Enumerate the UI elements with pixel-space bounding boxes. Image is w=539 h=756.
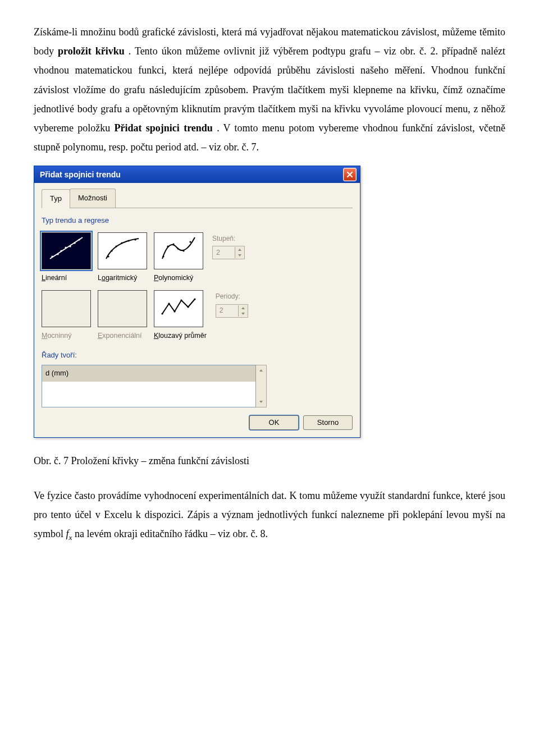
dialog-title: Přidat spojnici trendu: [40, 167, 121, 182]
svg-point-17: [177, 248, 179, 250]
degree-spinner[interactable]: 2: [212, 246, 245, 259]
degree-value: 2: [213, 246, 235, 260]
trend-label-linear: Lineární: [42, 272, 67, 285]
periods-spinner[interactable]: 2: [216, 304, 248, 318]
p1-bold-pridat: Přidat spojnici trendu: [115, 122, 213, 134]
svg-point-3: [60, 250, 62, 252]
svg-point-7: [78, 239, 80, 241]
poly-icon: [159, 234, 198, 267]
periods-label: Periody:: [216, 290, 248, 303]
svg-point-6: [74, 242, 75, 244]
svg-point-22: [173, 310, 175, 312]
tab-strip: Typ Možnosti: [42, 189, 353, 208]
tab-type[interactable]: Typ: [42, 189, 70, 208]
svg-point-8: [107, 256, 109, 258]
dialog-titlebar[interactable]: Přidat spojnici trendu: [34, 166, 360, 183]
svg-point-9: [111, 250, 112, 252]
exponential-icon: [103, 292, 142, 326]
trend-label-log: Logaritmický: [98, 272, 137, 285]
svg-point-20: [161, 313, 163, 314]
svg-point-21: [168, 303, 170, 304]
svg-point-15: [167, 246, 168, 248]
tab-options[interactable]: Možnosti: [70, 189, 116, 208]
ok-button[interactable]: OK: [249, 415, 299, 430]
p2-text-2: na levém okraji editačního řádku – viz o…: [75, 528, 268, 539]
svg-point-18: [182, 250, 184, 252]
svg-point-1: [51, 256, 53, 258]
svg-point-12: [127, 240, 129, 242]
svg-point-13: [134, 239, 136, 241]
trend-label-expo: Exponenciální: [98, 329, 142, 343]
svg-point-11: [121, 242, 122, 244]
trend-label-poly: Polynomický: [154, 272, 193, 285]
trend-option-linear[interactable]: [42, 232, 91, 269]
periods-arrows[interactable]: [238, 305, 248, 317]
trend-option-log[interactable]: [98, 232, 147, 269]
scroll-down-icon[interactable]: [256, 397, 266, 407]
cancel-button[interactable]: Storno: [303, 415, 353, 430]
periods-value: 2: [216, 304, 238, 318]
svg-point-10: [115, 246, 117, 248]
svg-point-25: [194, 298, 195, 300]
chevron-down-icon[interactable]: [238, 311, 248, 317]
log-icon: [103, 234, 142, 267]
svg-point-19: [189, 241, 191, 243]
intro-paragraph: Získáme-li množinu bodů grafické závislo…: [34, 22, 505, 157]
outro-paragraph: Ve fyzice často provádíme vyhodnocení ex…: [34, 486, 505, 545]
series-listbox[interactable]: d (mm): [42, 365, 256, 407]
degree-field: Stupeň: 2: [212, 232, 245, 285]
svg-point-4: [65, 247, 66, 249]
chevron-down-icon[interactable]: [235, 253, 244, 258]
series-item[interactable]: d (mm): [42, 365, 255, 382]
power-icon: [47, 292, 86, 326]
trend-option-expo[interactable]: [98, 290, 147, 327]
chevron-up-icon[interactable]: [238, 305, 248, 311]
group-label-trend-type: Typ trendu a regrese: [42, 214, 353, 228]
svg-point-16: [172, 244, 174, 245]
dialog-buttons: OK Storno: [42, 407, 353, 430]
chevron-up-icon[interactable]: [235, 247, 244, 253]
trend-option-movavg[interactable]: [154, 290, 203, 327]
degree-arrows[interactable]: [235, 247, 244, 258]
svg-point-14: [162, 256, 164, 258]
p1-bold-prolozit: proložit křivku: [58, 45, 125, 57]
degree-label: Stupeň:: [212, 232, 245, 245]
p1-text-2: . Tento úkon můžeme ovlivnit již výběrem…: [34, 45, 505, 134]
trend-label-movavg: Klouzavý průměr: [154, 329, 207, 343]
trend-option-power[interactable]: [42, 290, 91, 327]
series-listbox-wrap: d (mm): [42, 365, 353, 407]
close-button[interactable]: [343, 168, 357, 181]
dialog-body: Typ Možnosti Typ trendu a regrese Lineár…: [34, 183, 360, 437]
svg-point-5: [69, 246, 71, 248]
periods-field: Periody: 2: [216, 290, 248, 343]
scroll-up-icon[interactable]: [256, 365, 266, 375]
svg-point-2: [57, 254, 58, 255]
figure-caption: Obr. č. 7 Proložení křivky – změna funkč…: [34, 451, 505, 470]
svg-point-24: [187, 306, 189, 308]
trend-row-2: Mocninný Exponenciální: [42, 290, 353, 343]
moving-average-icon: [159, 292, 198, 326]
trendline-dialog: Přidat spojnici trendu Typ Možnosti Typ …: [34, 166, 360, 438]
trend-row-1: Lineární Logaritmický: [42, 232, 353, 285]
fx-symbol: fx: [66, 528, 72, 539]
series-label: Řady tvoří:: [42, 349, 353, 363]
linear-icon: [47, 234, 86, 267]
svg-point-23: [180, 299, 182, 301]
close-icon: [346, 171, 353, 178]
listbox-scrollbar[interactable]: [256, 365, 267, 407]
trend-label-power: Mocninný: [42, 329, 72, 343]
trend-option-poly[interactable]: [154, 232, 203, 269]
